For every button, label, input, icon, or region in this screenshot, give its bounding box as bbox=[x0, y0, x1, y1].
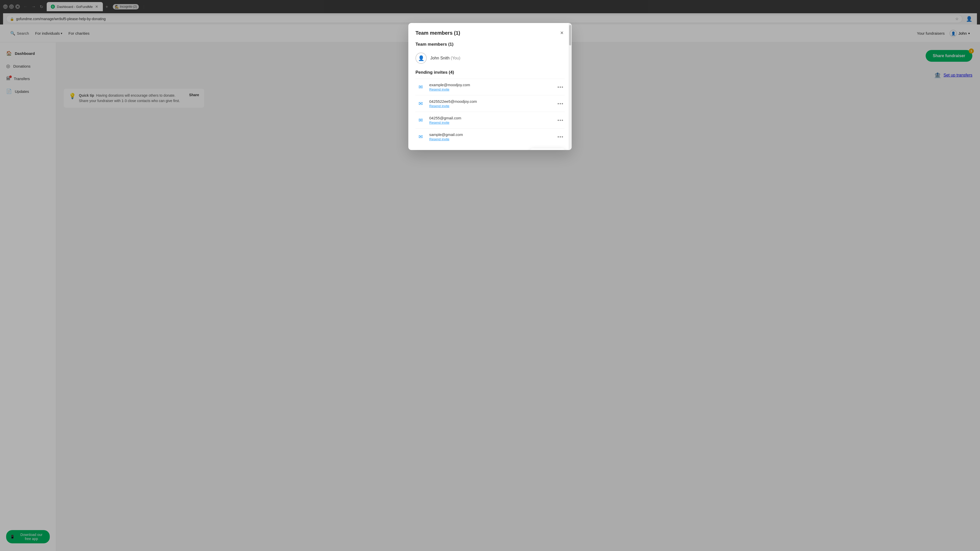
invite-item-4: ✉ sample@gmail.com Resend invite 🗑 bbox=[415, 128, 565, 145]
invite-email-4: sample@gmail.com bbox=[429, 132, 552, 137]
invite-email-1: example@moodjoy.com bbox=[429, 83, 552, 87]
invite-item-3: ✉ 04255@gmail.com Resend invite bbox=[415, 112, 565, 128]
modal-scrollbar bbox=[569, 24, 572, 150]
modal-body: Team members (1) 👤 John Snith (You) Pend… bbox=[408, 41, 572, 150]
team-members-modal: Team members (1) × Team members (1) 👤 Jo… bbox=[408, 24, 572, 150]
member-name: John Snith (You) bbox=[430, 56, 460, 60]
modal-title: Team members (1) bbox=[415, 30, 460, 36]
overlay: Team members (1) × Team members (1) 👤 Jo… bbox=[0, 24, 980, 551]
modal-close-button[interactable]: × bbox=[559, 29, 565, 37]
invite-item-1: ✉ example@moodjoy.com Resend invite bbox=[415, 79, 565, 95]
you-label: (You) bbox=[451, 56, 460, 60]
invite-info-2: 0425522ee5@moodjoy.com Resend invite bbox=[429, 99, 552, 108]
invite-more-button-2[interactable] bbox=[556, 102, 565, 106]
cancel-invite-menu[interactable]: 🗑 Cancel invite bbox=[530, 148, 565, 150]
invite-more-button-3[interactable] bbox=[556, 118, 565, 122]
invite-more-button-1[interactable] bbox=[556, 85, 565, 89]
team-member-row: 👤 John Snith (You) bbox=[415, 51, 565, 68]
resend-invite-button-2[interactable]: Resend invite bbox=[429, 104, 449, 108]
invite-more-button-4[interactable] bbox=[556, 135, 565, 139]
envelope-icon-3: ✉ bbox=[415, 115, 426, 125]
envelope-icon-1: ✉ bbox=[415, 82, 426, 92]
page-wrapper: 🔍 Search For individuals ▾ For charities… bbox=[0, 24, 980, 551]
resend-invite-button-3[interactable]: Resend invite bbox=[429, 121, 449, 124]
invite-item-2: ✉ 0425522ee5@moodjoy.com Resend invite bbox=[415, 95, 565, 112]
team-members-section-title: Team members (1) bbox=[415, 42, 565, 47]
envelope-icon-2: ✉ bbox=[415, 98, 426, 109]
invite-info-4: sample@gmail.com Resend invite bbox=[429, 132, 552, 141]
pending-invites-title: Pending invites (4) bbox=[415, 70, 565, 75]
invite-email-3: 04255@gmail.com bbox=[429, 116, 552, 120]
scrollbar-thumb bbox=[569, 25, 571, 45]
member-avatar: 👤 bbox=[415, 52, 427, 64]
invite-info-3: 04255@gmail.com Resend invite bbox=[429, 116, 552, 124]
invite-email-2: 0425522ee5@moodjoy.com bbox=[429, 99, 552, 103]
resend-invite-button-4[interactable]: Resend invite bbox=[429, 137, 449, 141]
modal-header: Team members (1) × bbox=[408, 24, 572, 41]
invite-info-1: example@moodjoy.com Resend invite bbox=[429, 83, 552, 91]
pending-invites-section: Pending invites (4) ✉ example@moodjoy.co… bbox=[415, 70, 565, 145]
resend-invite-button-1[interactable]: Resend invite bbox=[429, 87, 449, 91]
envelope-icon-4: ✉ bbox=[415, 132, 426, 142]
